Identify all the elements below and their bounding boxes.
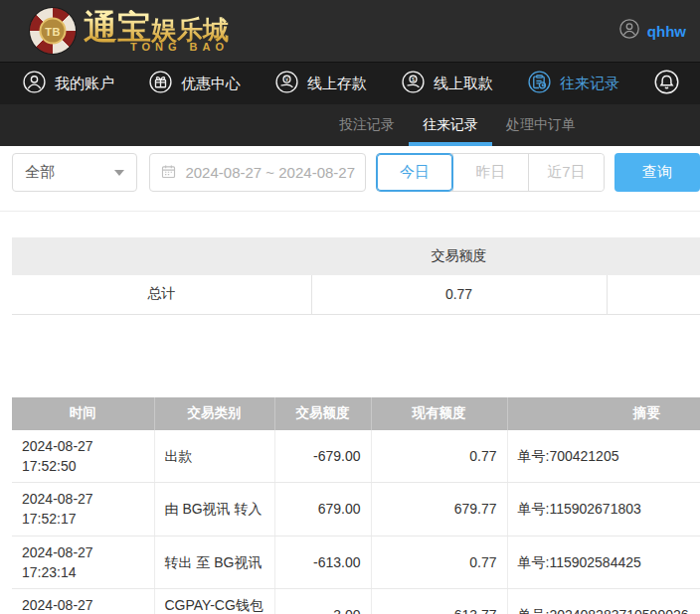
tab-betting-records[interactable]: 投注记录	[325, 104, 409, 146]
notifications-bell[interactable]	[653, 69, 680, 99]
cell-time: 2024-08-27 17:52:17	[12, 483, 154, 537]
summary-header-amount: 交易额度	[311, 237, 607, 275]
cell-type: 由 BG视讯 转入	[154, 483, 274, 537]
section-divider	[0, 211, 700, 212]
type-select-value: 全部	[25, 163, 55, 182]
filter-bar: 全部 2024-08-27 ~ 2024-08-27 今日 昨日 近7日 查询	[12, 153, 700, 192]
table-row: 2024-08-27 17:52:17 由 BG视讯 转入 679.00 679…	[12, 483, 700, 537]
quick-btn-today[interactable]: 今日	[377, 154, 452, 191]
search-button[interactable]: 查询	[614, 153, 700, 192]
summary-total-row: 总计 0.77	[12, 275, 700, 314]
quick-date-group: 今日 昨日 近7日	[376, 153, 605, 192]
cell-balance: 0.77	[371, 430, 507, 483]
user-icon	[22, 70, 47, 97]
table-row: 2024-08-27 17:22:52 CGPAY-CG钱包支付笔笔送优惠 3.…	[12, 589, 700, 614]
cell-amount: -679.00	[274, 430, 371, 483]
date-range-input[interactable]: 2024-08-27 ~ 2024-08-27	[149, 153, 366, 192]
main-nav: 我的账户 优惠中心 ¥ 线上存款 $	[0, 62, 700, 104]
transaction-records-icon	[527, 70, 552, 97]
gift-icon	[148, 70, 173, 97]
summary-total-label: 总计	[12, 275, 311, 314]
calendar-icon	[160, 163, 177, 183]
type-select[interactable]: 全部	[12, 153, 137, 192]
col-header-amount: 交易额度	[274, 397, 371, 430]
tab-transaction-records[interactable]: 往来记录	[409, 104, 492, 146]
col-header-balance: 现有额度	[371, 397, 507, 430]
brand-name-en: TONG BAO	[130, 42, 229, 53]
tab-pending-orders[interactable]: 处理中订单	[492, 104, 590, 146]
user-avatar-icon	[618, 18, 640, 44]
quick-btn-last7days[interactable]: 近7日	[528, 154, 604, 191]
cell-amount: -613.00	[274, 536, 371, 589]
username: qhhw	[647, 23, 686, 40]
table-row: 2024-08-27 17:23:14 转出 至 BG视讯 -613.00 0.…	[12, 536, 700, 589]
cell-type: CGPAY-CG钱包支付笔笔送优惠	[154, 589, 274, 614]
cell-type: 转出 至 BG视讯	[154, 536, 274, 589]
records-section: 时间 交易类别 交易额度 现有额度 摘要 2024-08-27 17:52:50…	[12, 397, 700, 614]
cell-balance: 613.77	[371, 589, 507, 614]
quick-btn-yesterday[interactable]: 昨日	[452, 154, 528, 191]
cell-summary: 单号:202408283710599026	[507, 589, 700, 614]
summary-header-row: 交易额度	[12, 237, 700, 275]
col-header-time: 时间	[12, 397, 154, 430]
nav-item-promotions[interactable]: 优惠中心	[148, 70, 241, 97]
cell-time: 2024-08-27 17:52:50	[12, 430, 154, 483]
date-range-value: 2024-08-27 ~ 2024-08-27	[185, 164, 355, 181]
brand-name-cn: 通宝娱乐城	[84, 10, 229, 44]
bell-icon	[653, 69, 680, 99]
top-header: TB 通宝娱乐城 TONG BAO qhhw	[0, 0, 700, 62]
deposit-coin-hand-icon: ¥	[274, 70, 299, 97]
cell-summary: 单号:115902584425	[507, 536, 700, 589]
user-account[interactable]: qhhw	[618, 18, 686, 44]
cell-amount: 3.00	[274, 589, 371, 614]
cell-balance: 0.77	[371, 536, 507, 589]
nav-item-withdraw[interactable]: $ 线上取款	[401, 70, 493, 97]
nav-item-deposit[interactable]: ¥ 线上存款	[274, 70, 367, 97]
col-header-summary: 摘要	[507, 397, 700, 430]
nav-item-my-account[interactable]: 我的账户	[22, 70, 114, 97]
table-row: 2024-08-27 17:52:50 出款 -679.00 0.77 单号:7…	[12, 430, 700, 483]
record-tabs: 投注记录 往来记录 处理中订单	[0, 104, 700, 146]
chevron-down-icon	[114, 170, 124, 176]
chip-monogram: TB	[40, 18, 67, 45]
summary-section: 交易额度 总计 0.77	[12, 237, 700, 315]
poker-chip-icon: TB	[30, 8, 76, 54]
cell-balance: 679.77	[371, 483, 507, 537]
brand-logo[interactable]: TB 通宝娱乐城 TONG BAO	[30, 8, 229, 54]
summary-table: 交易额度 总计 0.77	[12, 237, 700, 315]
records-header-row: 时间 交易类别 交易额度 现有额度 摘要	[12, 397, 700, 430]
withdraw-coin-hand-icon: $	[401, 70, 426, 97]
col-header-type: 交易类别	[154, 397, 274, 430]
cell-summary: 单号:115902671803	[507, 483, 700, 537]
summary-total-value: 0.77	[311, 275, 607, 314]
cell-time: 2024-08-27 17:22:52	[12, 589, 154, 614]
cell-type: 出款	[154, 430, 274, 483]
cell-time: 2024-08-27 17:23:14	[12, 536, 154, 589]
cell-summary: 单号:700421205	[507, 430, 700, 483]
cell-amount: 679.00	[274, 483, 371, 537]
nav-item-transactions[interactable]: 往来记录	[527, 70, 619, 97]
records-table: 时间 交易类别 交易额度 现有额度 摘要 2024-08-27 17:52:50…	[12, 397, 700, 614]
